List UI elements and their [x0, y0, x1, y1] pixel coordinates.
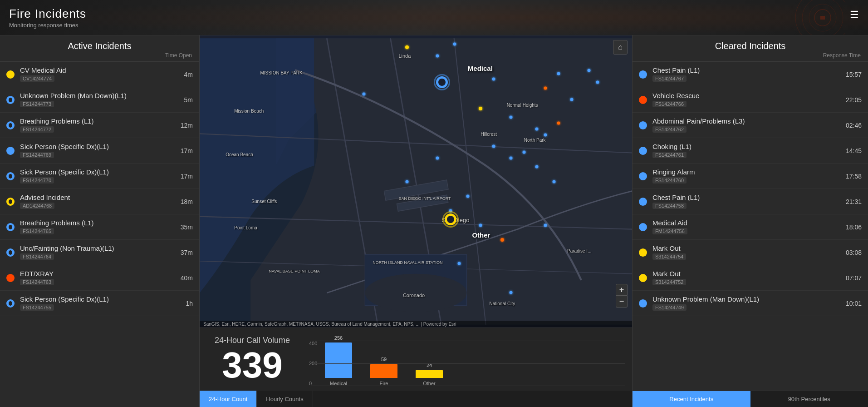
map-incident-dot[interactable]	[557, 72, 560, 75]
cleared-incident-item[interactable]: Chest Pain (L1)FS1424475821:31	[633, 189, 868, 214]
header: Fire Incidents Monitoring response times…	[0, 0, 868, 35]
active-incident-item[interactable]: EDT/XRAYFS1424476340m	[0, 265, 199, 291]
active-incident-item[interactable]: Sick Person (Specific Dx)(L1)FS142447701…	[0, 164, 199, 189]
cleared-incident-id: S314244752	[652, 279, 686, 285]
chart-bar-group: 59Fire	[370, 357, 397, 386]
incident-dot	[639, 172, 647, 180]
active-incident-item[interactable]: Sick Person (Specific Dx)(L1)FS142447691…	[0, 138, 199, 164]
incident-dot	[6, 121, 15, 129]
cleared-incident-item[interactable]: Mark OutS31424475207:07	[633, 265, 868, 291]
incident-id: CV14244774	[20, 75, 54, 82]
active-panel-title: Active Incidents	[7, 41, 192, 51]
map-incident-dot[interactable]	[466, 194, 469, 198]
tab-24hr-count[interactable]: 24-Hour Count	[200, 391, 257, 407]
incident-name: Sick Person (Specific Dx)(L1)	[20, 168, 176, 176]
map-incident-dot[interactable]	[363, 92, 366, 95]
cleared-incident-item[interactable]: Vehicle RescueFS1424476622:05	[633, 87, 868, 113]
chart-summary: 24-Hour Call Volume 339	[207, 333, 298, 386]
cleared-incident-item[interactable]: Choking (L1)FS1424476114:45	[633, 138, 868, 164]
map-incident-dot[interactable]	[544, 223, 547, 227]
cleared-incident-name: Ringing Alarm	[652, 168, 841, 176]
map-incident-dot[interactable]	[510, 116, 513, 119]
map-incident-dot[interactable]	[492, 145, 495, 148]
incident-id: FS14244764	[20, 253, 54, 260]
map-incident-dot[interactable]	[596, 80, 599, 84]
active-incident-item[interactable]: Sick Person (Specific Dx)(L1)FS142447551…	[0, 291, 199, 316]
map-incident-dot[interactable]	[544, 86, 547, 89]
map-incident-dot[interactable]	[406, 180, 409, 183]
active-panel-subtitle: Time Open	[7, 52, 192, 59]
map-incident-dot[interactable]	[436, 157, 439, 160]
chart-bar	[325, 342, 352, 378]
incident-id: FS14244773	[20, 101, 54, 107]
active-incident-item[interactable]: Advised IncidentAD1424476818m	[0, 189, 199, 214]
tab-90th-percentiles[interactable]: 90th Percentiles	[750, 391, 868, 407]
map-incident-dot[interactable]	[553, 180, 556, 183]
incident-id: FS14244770	[20, 177, 54, 184]
incident-time: 18m	[181, 198, 193, 205]
header-title-block: Fire Incidents Monitoring response times	[9, 7, 86, 29]
cleared-panel-subtitle: Response Time	[640, 52, 861, 59]
incident-id: AD14244768	[20, 203, 54, 209]
cleared-incident-info: Mark OutS314244752	[652, 270, 841, 286]
map-incident-dot[interactable]	[453, 43, 456, 46]
active-incident-list: CV Medical AidCV142447744mUnknown Proble…	[0, 62, 199, 407]
svg-point-15	[365, 274, 466, 312]
incident-info: Unknown Problem (Man Down)(L1)FS14244773	[20, 92, 180, 108]
incident-dot	[6, 198, 15, 206]
chart-bar-group: 24Other	[416, 362, 443, 386]
map-incident-dot[interactable]	[405, 45, 409, 49]
incident-id: FS14244755	[20, 304, 54, 311]
map-zoom-in-button[interactable]: +	[616, 284, 628, 296]
cleared-incident-info: Choking (L1)FS14244761	[652, 143, 841, 159]
incident-id: FS14244765	[20, 228, 54, 234]
incident-info: Breathing Problems (L1)FS14244772	[20, 117, 176, 133]
cleared-incident-item[interactable]: Mark OutS31424475403:08	[633, 240, 868, 265]
active-incident-item[interactable]: Breathing Problems (L1)FS1424476535m	[0, 214, 199, 240]
map-incident-dot[interactable]	[510, 291, 513, 294]
cleared-incident-item[interactable]: Unknown Problem (Man Down)(L1)FS14244749…	[633, 291, 868, 316]
incident-info: EDT/XRAYFS14244763	[20, 270, 176, 286]
map-incident-dot[interactable]	[544, 133, 547, 136]
map-incident-dot[interactable]	[500, 238, 504, 242]
map-incident-dot[interactable]	[522, 151, 525, 154]
map-incident-dot[interactable]	[535, 165, 539, 169]
incident-name: Sick Person (Specific Dx)(L1)	[20, 143, 176, 150]
cleared-incident-info: Ringing AlarmFS14244760	[652, 168, 841, 184]
map-incident-dot[interactable]	[557, 121, 560, 124]
incident-name: EDT/XRAY	[20, 270, 176, 278]
menu-icon[interactable]: ☰	[850, 9, 859, 21]
map-incident-dot[interactable]	[457, 262, 461, 265]
cleared-incident-name: Unknown Problem (Man Down)(L1)	[652, 295, 841, 303]
chart-big-number: 339	[222, 347, 282, 383]
map-zoom-out-button[interactable]: −	[616, 296, 628, 308]
map-incident-dot[interactable]	[479, 223, 482, 227]
incident-time: 17m	[181, 173, 193, 180]
incident-dot	[6, 147, 15, 155]
map-incident-dot[interactable]	[535, 127, 539, 130]
tab-recent-incidents[interactable]: Recent Incidents	[633, 391, 750, 407]
active-incident-item[interactable]: Breathing Problems (L1)FS1424477212m	[0, 113, 199, 138]
active-incident-item[interactable]: Unc/Fainting (Non Trauma)(L1)FS142447643…	[0, 240, 199, 265]
cleared-incident-item[interactable]: Ringing AlarmFS1424476017:58	[633, 164, 868, 189]
map-incident-dot[interactable]	[570, 98, 573, 101]
cleared-incident-time: 15:57	[846, 71, 862, 78]
cleared-incident-info: Unknown Problem (Man Down)(L1)FS14244749	[652, 295, 841, 311]
cleared-incident-item[interactable]: Medical AidFM1424475618:06	[633, 214, 868, 240]
active-incident-item[interactable]: CV Medical AidCV142447744m	[0, 62, 199, 87]
cleared-incident-time: 21:31	[846, 198, 862, 205]
tab-hourly-counts[interactable]: Hourly Counts	[257, 391, 313, 407]
incident-time: 4m	[184, 71, 193, 78]
cleared-incident-info: Abdominal Pain/Problems (L3)FS14244762	[652, 117, 841, 133]
cleared-incident-item[interactable]: Chest Pain (L1)FS1424476715:57	[633, 62, 868, 87]
map-incident-dot[interactable]	[587, 69, 590, 72]
map-incident-dot[interactable]	[492, 78, 495, 81]
map-incident-dot[interactable]	[479, 107, 482, 110]
cleared-incident-item[interactable]: Abdominal Pain/Problems (L3)FS1424476202…	[633, 113, 868, 138]
cleared-incident-info: Mark OutS314244754	[652, 244, 841, 260]
map-incident-dot[interactable]	[436, 55, 439, 58]
active-incident-item[interactable]: Unknown Problem (Man Down)(L1)FS14244773…	[0, 87, 199, 113]
map-home-button[interactable]: ⌂	[613, 40, 628, 55]
map-incident-dot[interactable]	[510, 157, 513, 160]
cleared-incident-name: Chest Pain (L1)	[652, 194, 841, 201]
